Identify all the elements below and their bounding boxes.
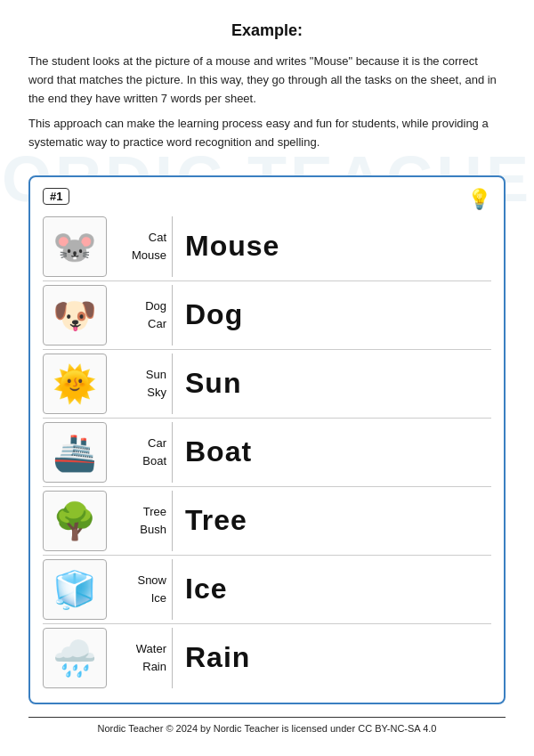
row-emoji: 🌧️ [53, 640, 97, 676]
image-box: 🐭 [43, 216, 107, 277]
image-box: 🌞 [43, 354, 107, 414]
row-emoji: 🐶 [53, 297, 97, 333]
table-row: 🌧️ Water Rain Rain [43, 628, 491, 692]
image-box: 🐶 [43, 285, 107, 345]
word-option-1: Snow [137, 572, 166, 589]
word-option-2: Ice [151, 589, 166, 607]
word-option-2: Car [148, 315, 166, 333]
table-row: 🐶 Dog Car Dog [43, 285, 491, 350]
word-option-1: Water [136, 640, 166, 658]
answer-text: Boat [185, 435, 252, 468]
image-box: 🌳 [43, 491, 107, 551]
answer-text: Ice [185, 573, 227, 606]
rows-container: 🐭 Cat Mouse Mouse 🐶 Dog Car Dog 🌞 [43, 216, 491, 692]
word-option-2: Rain [142, 658, 166, 676]
row-emoji: 🌳 [53, 503, 97, 539]
row-emoji: 🌞 [53, 366, 97, 402]
answer-area: Ice [182, 573, 491, 606]
worksheet-header: #1 💡 [43, 188, 491, 211]
word-option-1: Sun [146, 366, 166, 384]
table-row: 🌞 Sun Sky Sun [43, 354, 491, 419]
image-box: 🧊 [43, 559, 107, 620]
answer-text: Tree [185, 504, 247, 537]
word-option-2: Bush [140, 521, 166, 539]
description-para1: The student looks at the picture of a mo… [28, 53, 506, 108]
word-options: Tree Bush [112, 491, 173, 551]
table-row: 🐭 Cat Mouse Mouse [43, 216, 491, 281]
answer-area: Sun [182, 367, 491, 400]
table-row: 🚢 Car Boat Boat [43, 422, 491, 487]
row-emoji: 🧊 [53, 572, 97, 607]
lightbulb-icon: 💡 [467, 188, 491, 211]
image-box: 🚢 [43, 422, 107, 483]
answer-area: Tree [182, 504, 491, 537]
table-row: 🧊 Snow Ice Ice [43, 559, 491, 624]
word-options: Sun Sky [112, 354, 173, 414]
word-option-2: Mouse [132, 247, 166, 264]
table-row: 🌳 Tree Bush Tree [43, 491, 491, 556]
row-emoji: 🚢 [53, 435, 97, 470]
word-option-1: Car [148, 435, 166, 452]
worksheet-number: #1 [43, 188, 69, 205]
word-options: Snow Ice [112, 559, 173, 620]
description-para2: This approach can make the learning proc… [28, 115, 506, 152]
word-options: Dog Car [112, 285, 173, 345]
word-option-2: Sky [147, 384, 166, 402]
answer-area: Boat [182, 435, 491, 468]
word-option-1: Tree [143, 503, 166, 521]
word-option-1: Dog [145, 297, 166, 315]
answer-area: Dog [182, 298, 491, 331]
word-option-1: Cat [149, 229, 166, 247]
worksheet: #1 💡 🐭 Cat Mouse Mouse 🐶 Dog Car [28, 175, 506, 704]
word-options: Cat Mouse [112, 216, 173, 277]
answer-text: Rain [185, 641, 250, 674]
answer-text: Dog [185, 298, 243, 331]
answer-text: Mouse [185, 230, 279, 263]
word-options: Water Rain [112, 628, 173, 688]
word-option-2: Boat [142, 452, 166, 470]
row-emoji: 🐭 [53, 229, 97, 264]
page: NORDIC TEACHER Example: The student look… [0, 0, 534, 756]
answer-text: Sun [185, 367, 241, 400]
answer-area: Mouse [182, 230, 491, 263]
word-options: Car Boat [112, 422, 173, 483]
description-block: The student looks at the picture of a mo… [28, 53, 506, 159]
image-box: 🌧️ [43, 628, 107, 688]
answer-area: Rain [182, 641, 491, 674]
page-title: Example: [231, 21, 303, 40]
footer: Nordic Teacher © 2024 by Nordic Teacher … [28, 717, 506, 734]
